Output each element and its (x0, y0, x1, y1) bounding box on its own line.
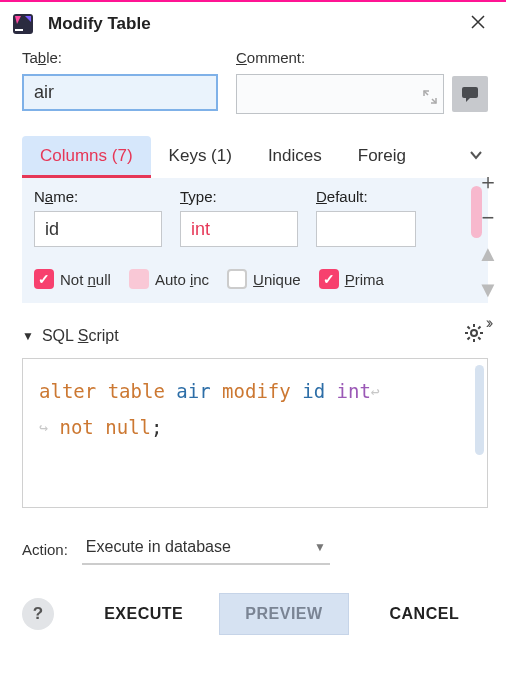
title-bar: Modify Table (0, 2, 506, 45)
tab-keys[interactable]: Keys (1) (151, 136, 250, 178)
soft-wrap-icon: ↪ (39, 419, 48, 437)
svg-rect-2 (462, 87, 478, 98)
expand-icon (423, 90, 437, 107)
action-selected-value: Execute in database (86, 538, 231, 556)
add-icon[interactable]: ＋ (477, 171, 499, 193)
not-null-checkbox[interactable]: ✓ Not null (34, 269, 111, 289)
remove-icon[interactable]: − (482, 207, 495, 229)
move-down-icon[interactable]: ▼ (477, 279, 499, 301)
more-icon[interactable]: ›› (486, 315, 491, 331)
column-default-label: Default: (316, 188, 416, 205)
tab-foreign-keys[interactable]: Foreig (340, 136, 424, 178)
preview-button[interactable]: PREVIEW (219, 593, 348, 635)
comment-label: Comment: (236, 49, 488, 66)
sql-script-label: SQL Script (42, 327, 456, 345)
dropdown-caret-icon: ▼ (314, 540, 326, 554)
unique-checkbox[interactable]: Unique (227, 269, 301, 289)
tab-indices[interactable]: Indices (250, 136, 340, 178)
table-label: Table: (22, 49, 222, 66)
cancel-button[interactable]: CANCEL (361, 593, 488, 635)
column-name-input[interactable] (34, 211, 162, 247)
tabs: Columns (7) Keys (1) Indices Foreig (22, 136, 460, 178)
table-name-input[interactable] (22, 74, 218, 111)
help-button[interactable]: ? (22, 598, 54, 630)
move-up-icon[interactable]: ▲ (477, 243, 499, 265)
tab-columns[interactable]: Columns (7) (22, 136, 151, 178)
intellij-icon (12, 13, 34, 35)
column-default-input[interactable] (316, 211, 416, 247)
sql-script-editor[interactable]: alter table air modify id int↩ ↪ not nul… (22, 358, 488, 508)
column-type-label: Type: (180, 188, 298, 205)
comment-input[interactable] (236, 74, 444, 114)
column-name-label: Name: (34, 188, 162, 205)
action-label: Action: (22, 541, 68, 558)
comment-icon[interactable] (452, 76, 488, 112)
columns-panel: Name: Type: Default: ✓ Not null Auto inc (22, 178, 488, 303)
auto-inc-checkbox[interactable]: Auto inc (129, 269, 209, 289)
action-select[interactable]: Execute in database ▼ (82, 534, 330, 565)
execute-button[interactable]: EXECUTE (80, 593, 207, 635)
svg-rect-1 (15, 29, 23, 31)
side-controls: ＋ − ▲ ▼ ›› (476, 171, 500, 331)
close-icon[interactable] (464, 10, 492, 37)
sql-scrollbar[interactable] (475, 365, 484, 455)
collapse-toggle-icon[interactable]: ▼ (22, 329, 34, 343)
primary-checkbox[interactable]: ✓ Prima (319, 269, 384, 289)
column-type-input[interactable] (180, 211, 298, 247)
soft-wrap-icon: ↩ (371, 383, 380, 401)
dialog-title: Modify Table (48, 14, 464, 34)
